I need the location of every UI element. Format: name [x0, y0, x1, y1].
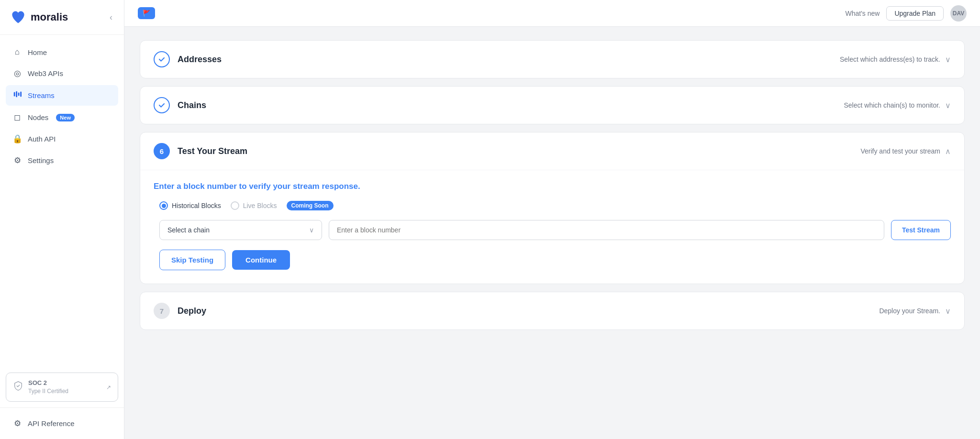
- streams-icon: [12, 90, 22, 101]
- deploy-header-right: Deploy your Stream. ∨: [879, 307, 951, 316]
- chains-subtitle: Select which chain(s) to monitor.: [844, 101, 940, 109]
- test-stream-section-header[interactable]: 6 Test Your Stream Verify and test your …: [140, 132, 964, 170]
- chains-header-left: Chains: [154, 97, 206, 113]
- sidebar: moralis ‹ ⌂ Home ◎ Web3 APIs Streams: [0, 0, 124, 439]
- header: 🚩 What's new Upgrade Plan DAV: [124, 0, 980, 27]
- flag-button[interactable]: 🚩: [138, 7, 155, 19]
- logo: moralis: [10, 9, 68, 26]
- nodes-icon: ◻: [12, 112, 22, 122]
- addresses-section-header[interactable]: Addresses Select which address(es) to tr…: [140, 41, 964, 78]
- soc-text: SOC 2 Type II Certified: [28, 379, 68, 395]
- home-icon: ⌂: [12, 47, 22, 57]
- svg-rect-0: [14, 92, 15, 97]
- sidebar-item-label: Settings: [28, 156, 54, 165]
- chains-section-header[interactable]: Chains Select which chain(s) to monitor.…: [140, 87, 964, 124]
- moralis-logo-icon: [10, 9, 27, 26]
- avatar[interactable]: DAV: [950, 5, 967, 22]
- live-blocks-label: Live Blocks: [243, 202, 277, 209]
- test-stream-step-number: 6: [154, 143, 170, 159]
- test-stream-body: Enter a block number to verify your stre…: [140, 170, 964, 284]
- sidebar-item-streams[interactable]: Streams: [6, 85, 118, 106]
- apireference-icon: ⚙: [12, 418, 22, 428]
- logo-text: moralis: [31, 11, 68, 23]
- header-left: 🚩: [138, 7, 155, 19]
- web3apis-icon: ◎: [12, 68, 22, 78]
- chains-check-icon: [154, 97, 170, 113]
- soc-shield-icon: [13, 381, 23, 394]
- svg-rect-2: [18, 92, 20, 96]
- settings-icon: ⚙: [12, 155, 22, 165]
- upgrade-plan-button[interactable]: Upgrade Plan: [886, 6, 944, 21]
- sidebar-item-web3apis[interactable]: ◎ Web3 APIs: [6, 64, 118, 83]
- content-area: Addresses Select which address(es) to tr…: [124, 27, 980, 439]
- coming-soon-badge: Coming Soon: [287, 201, 334, 210]
- header-right: What's new Upgrade Plan DAV: [845, 5, 967, 22]
- addresses-title: Addresses: [178, 55, 222, 65]
- chains-section: Chains Select which chain(s) to monitor.…: [140, 86, 965, 124]
- continue-button[interactable]: Continue: [232, 250, 290, 270]
- sidebar-item-label: Nodes: [28, 113, 48, 121]
- chains-title: Chains: [178, 100, 206, 110]
- flag-icon: 🚩: [143, 10, 150, 17]
- deploy-section-header[interactable]: 7 Deploy Deploy your Stream. ∨: [140, 292, 964, 329]
- addresses-chevron-icon: ∨: [945, 55, 951, 64]
- skip-testing-button[interactable]: Skip Testing: [159, 250, 225, 270]
- soc-title: SOC 2: [28, 379, 68, 387]
- addresses-header-left: Addresses: [154, 51, 222, 67]
- sidebar-logo-area: moralis ‹: [0, 0, 124, 35]
- deploy-step-number: 7: [154, 303, 170, 319]
- soc-subtitle: Type II Certified: [28, 387, 68, 395]
- deploy-subtitle: Deploy your Stream.: [879, 307, 940, 315]
- sidebar-bottom: ⚙ API Reference: [0, 407, 124, 439]
- test-stream-header-left: 6 Test Your Stream: [154, 143, 247, 159]
- svg-rect-3: [20, 92, 22, 97]
- addresses-section: Addresses Select which address(es) to tr…: [140, 40, 965, 78]
- select-chain-chevron-icon: ∨: [309, 226, 314, 234]
- live-blocks-radio[interactable]: Live Blocks: [231, 201, 277, 210]
- svg-rect-1: [16, 91, 17, 98]
- addresses-subtitle: Select which address(es) to track.: [840, 55, 940, 63]
- addresses-check-icon: [154, 51, 170, 67]
- sidebar-item-apireference[interactable]: ⚙ API Reference: [6, 414, 118, 433]
- addresses-header-right: Select which address(es) to track. ∨: [840, 55, 951, 64]
- test-stream-title: Test Your Stream: [178, 146, 247, 156]
- sidebar-item-nodes[interactable]: ◻ Nodes New: [6, 108, 118, 127]
- sidebar-item-settings[interactable]: ⚙ Settings: [6, 151, 118, 170]
- main-area: 🚩 What's new Upgrade Plan DAV Addresses: [124, 0, 980, 439]
- deploy-section: 7 Deploy Deploy your Stream. ∨: [140, 292, 965, 330]
- external-link-icon: ↗: [106, 384, 111, 391]
- block-type-radio-group: Historical Blocks Live Blocks Coming Soo…: [154, 201, 951, 210]
- test-stream-actions-row: Skip Testing Continue: [154, 250, 951, 270]
- test-stream-inputs-row: Select a chain ∨ Test Stream: [154, 220, 951, 240]
- chains-chevron-icon: ∨: [945, 101, 951, 110]
- live-radio-circle: [231, 201, 239, 210]
- whats-new-link[interactable]: What's new: [845, 10, 880, 17]
- block-number-input[interactable]: [329, 220, 884, 240]
- sidebar-item-home[interactable]: ⌂ Home: [6, 43, 118, 62]
- historical-blocks-radio[interactable]: Historical Blocks: [159, 201, 221, 210]
- test-stream-chevron-icon: ∧: [945, 147, 951, 156]
- historical-radio-circle: [159, 201, 168, 210]
- sidebar-item-label: Home: [28, 48, 47, 56]
- deploy-title: Deploy: [178, 306, 206, 316]
- test-stream-description: Enter a block number to verify your stre…: [154, 170, 951, 201]
- nodes-badge: New: [56, 114, 75, 121]
- soc-badge[interactable]: SOC 2 Type II Certified ↗: [6, 373, 118, 402]
- sidebar-item-label: Auth API: [28, 135, 56, 143]
- test-stream-section: 6 Test Your Stream Verify and test your …: [140, 132, 965, 284]
- chains-header-right: Select which chain(s) to monitor. ∨: [844, 101, 951, 110]
- sidebar-item-authapi[interactable]: 🔒 Auth API: [6, 129, 118, 149]
- sidebar-item-label: API Reference: [28, 419, 75, 428]
- select-chain-dropdown[interactable]: Select a chain ∨: [159, 220, 322, 240]
- sidebar-item-label: Web3 APIs: [28, 69, 63, 77]
- test-stream-subtitle: Verify and test your stream: [860, 147, 940, 155]
- deploy-header-left: 7 Deploy: [154, 303, 206, 319]
- sidebar-collapse-button[interactable]: ‹: [108, 11, 114, 24]
- test-stream-header-right: Verify and test your stream ∧: [860, 147, 951, 156]
- historical-blocks-label: Historical Blocks: [172, 202, 221, 209]
- select-chain-placeholder: Select a chain: [167, 226, 210, 234]
- deploy-chevron-icon: ∨: [945, 307, 951, 316]
- test-stream-button[interactable]: Test Stream: [891, 220, 951, 240]
- sidebar-item-label: Streams: [28, 91, 55, 99]
- sidebar-nav: ⌂ Home ◎ Web3 APIs Streams ◻ Nodes Ne: [0, 35, 124, 367]
